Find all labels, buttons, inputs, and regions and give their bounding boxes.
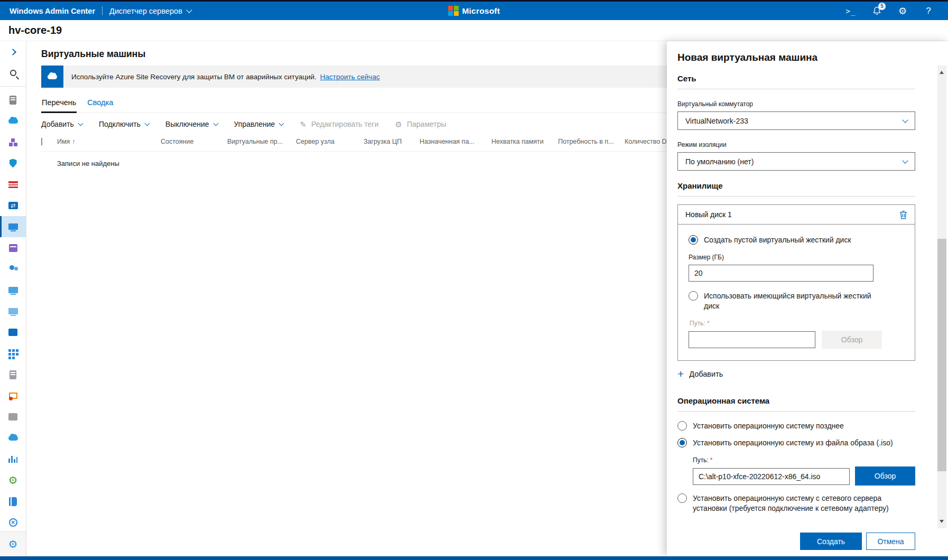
column-virtual-processors[interactable]: Виртуальные пр... [227,138,296,145]
chevron-down-icon [186,7,192,13]
scheduled-tasks-icon [9,244,17,252]
sidebar-item-scheduled-tasks[interactable] [0,237,26,258]
disk-card-title: Новый диск 1 [685,210,732,219]
tab-summary[interactable]: Сводка [87,97,114,113]
azure-backup-icon [8,436,18,441]
connect-button[interactable]: Подключить [99,120,149,128]
radio-unselected-icon [677,493,687,503]
chevron-down-icon [902,117,908,123]
column-memory-demand[interactable]: Потребность в п... [558,138,625,145]
sidebar-item-settings[interactable] [0,534,26,555]
sidebar-item-virtual-switches[interactable] [0,195,26,216]
cancel-button[interactable]: Отмена [866,533,915,550]
os-install-from-iso-option[interactable]: Установить операционную систему из файла… [677,438,915,448]
chevron-down-icon [145,121,150,126]
section-rule [677,89,915,89]
sidebar-settings-section [0,531,26,556]
disk-path-label: Путь: * [690,320,904,327]
sidebar-item-search-tools[interactable] [0,62,26,83]
sidebar-item-system-insights[interactable] [0,279,26,301]
disk-size-input[interactable] [689,265,873,282]
gear-icon: ⚙ [395,120,402,128]
scroll-up-arrow-icon[interactable] [940,69,944,74]
edit-tags-button: ✎Редактировать теги [300,120,378,128]
local-users-groups-icon [8,265,18,273]
isolation-mode-select[interactable]: По умолчанию (нет) [677,152,915,171]
remote-desktop-icon [8,308,18,314]
column-memory-pressure[interactable]: Нехватка памяти [491,138,558,145]
sidebar-item-services[interactable] [0,470,26,491]
sidebar-item-expand-sidebar[interactable] [0,41,26,62]
app-title[interactable]: Windows Admin Center [10,7,95,15]
manage-button[interactable]: Управление [234,120,284,128]
sidebar-item-updates-cluster[interactable] [0,132,26,153]
sidebar-item-azure-backup[interactable] [0,427,26,449]
iso-path-label: Путь:* [693,456,915,464]
solution-switcher[interactable]: Диспетчер серверов [109,7,191,15]
virtual-switches-icon [8,202,18,209]
sidebar-item-security[interactable] [0,153,26,174]
sidebar-item-devices[interactable] [0,406,26,427]
azure-hybrid-icon [8,119,18,124]
column-state[interactable]: Состояние [161,138,227,145]
use-existing-disk-option[interactable]: Использовать имеющийся виртуальный жестк… [689,291,904,311]
banner-configure-link[interactable]: Настроить сейчас [320,73,380,81]
delete-disk-trash-icon[interactable] [899,210,907,219]
add-button[interactable]: Добавить [41,120,82,128]
sidebar-item-performance-monitor[interactable] [0,449,26,470]
notifications-bell-icon[interactable]: 5 [871,5,882,17]
radio-selected-icon [689,235,698,245]
sidebar-item-virtual-machines[interactable] [0,216,26,237]
iso-browse-button[interactable]: Обзор [855,466,915,486]
microsoft-logo-icon [448,6,459,16]
sidebar-item-local-users-groups[interactable] [0,258,26,279]
page-title-bar: hv-core-19 [0,20,948,41]
scrollbar-thumb[interactable] [937,239,946,471]
expand-sidebar-icon [10,49,16,55]
panel-scrollbar[interactable] [937,66,946,528]
overview-server-icon [10,96,16,105]
sidebar-items [0,41,26,531]
sidebar-item-certificates[interactable] [0,385,26,406]
table-header: Имя↑ Состояние Виртуальные пр... Сервер … [41,135,707,152]
virtual-switch-label: Виртуальный коммутатор [677,100,915,108]
updates-cluster-icon [9,143,13,146]
tools-sidebar [0,41,26,556]
section-network-heading: Сеть [677,74,915,83]
os-network-install-option[interactable]: Установить операционную систему с сетево… [677,493,915,514]
scroll-down-arrow-icon[interactable] [940,520,944,525]
virtual-machines-icon [8,223,18,230]
sidebar-item-overview-server[interactable] [0,89,26,110]
powershell-console-icon[interactable]: >_ [845,5,857,17]
sidebar-item-firewall[interactable] [0,174,26,195]
select-all-checkbox[interactable] [41,138,42,145]
storage-migration-icon [10,370,16,379]
chevron-down-icon [279,121,284,126]
help-icon[interactable]: ? [923,5,934,17]
virtual-switch-select[interactable]: VirtualNetwork-233 [677,111,915,130]
settings-gear-icon[interactable]: ⚙ [897,5,908,17]
add-disk-button[interactable]: + Добавить [677,370,915,378]
column-assigned-memory[interactable]: Назначенная па... [420,138,491,145]
topbar-divider [102,6,103,15]
azure-site-recovery-banner: Используйте Azure Site Recovery для защи… [41,66,667,88]
create-button[interactable]: Создать [800,533,862,550]
new-vm-panel: Новая виртуальная машина Сеть Виртуальны… [667,41,948,556]
tab-list[interactable]: Перечень [41,97,77,113]
sidebar-item-powershell[interactable] [0,512,26,531]
column-cpu-usage[interactable]: Загрузка ЦП [364,138,420,145]
certificates-icon [9,393,17,399]
sidebar-item-remote-desktop[interactable] [0,301,26,322]
column-name[interactable]: Имя↑ [57,138,161,145]
power-button[interactable]: Выключение [165,120,217,128]
sidebar-item-processes[interactable] [0,322,26,343]
sidebar-item-registry[interactable] [0,491,26,512]
create-empty-disk-option[interactable]: Создать пустой виртуальный жесткий диск [689,235,904,245]
iso-path-input[interactable] [693,468,850,485]
azure-cloud-banner-icon[interactable] [41,66,63,88]
sidebar-item-storage-migration[interactable] [0,364,26,385]
sidebar-item-azure-hybrid[interactable] [0,110,26,132]
column-host-server[interactable]: Сервер узла [296,138,364,145]
sidebar-item-installed-apps[interactable] [0,343,26,364]
os-install-later-option[interactable]: Установить операционную систему позднее [677,421,915,431]
